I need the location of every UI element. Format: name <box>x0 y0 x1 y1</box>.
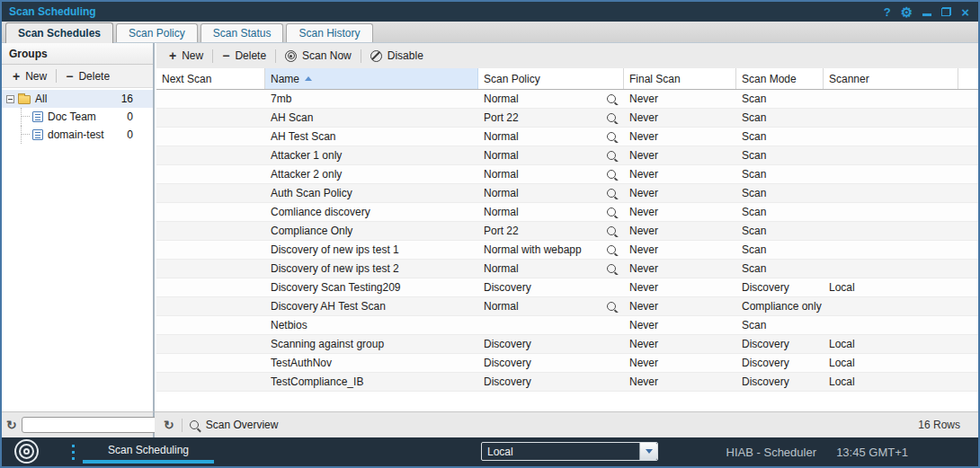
groups-statusbar: ↻ <box>2 411 155 437</box>
column-header-scan-policy[interactable]: Scan Policy <box>478 68 624 89</box>
groups-delete-button[interactable]: − Delete <box>57 65 119 87</box>
collapse-icon[interactable] <box>6 95 14 103</box>
magnifier-icon[interactable] <box>607 113 616 122</box>
tab-scan-status[interactable]: Scan Status <box>200 23 284 42</box>
magnifier-icon[interactable] <box>607 226 616 235</box>
tab-scan-schedules[interactable]: Scan Schedules <box>5 22 113 43</box>
column-header-next-scan[interactable]: Next Scan <box>156 68 265 89</box>
delete-schedule-button[interactable]: − Delete <box>213 43 275 68</box>
cell-scan-policy: Discovery <box>478 375 624 388</box>
scan-overview-label[interactable]: Scan Overview <box>206 419 279 431</box>
magnifier-icon[interactable] <box>607 94 616 103</box>
scanner-select[interactable]: Local <box>481 442 658 461</box>
magnifier-icon[interactable] <box>607 132 616 141</box>
table-row[interactable]: NetbiosNeverScan <box>156 316 978 335</box>
table-row[interactable]: TestCompliance_IBDiscoveryNeverDiscovery… <box>156 373 978 392</box>
minimize-icon[interactable] <box>922 13 931 16</box>
table-row[interactable]: AH Test ScanNormalNeverScan <box>156 128 978 146</box>
gear-icon[interactable]: ⚙ <box>901 5 913 19</box>
tree-item-doc-team[interactable]: Doc Team0 <box>2 108 153 126</box>
column-header-final-scan[interactable]: Final Scan <box>624 68 736 89</box>
column-header-scanner[interactable]: Scanner <box>824 68 958 89</box>
tab-bar: Scan SchedulesScan PolicyScan StatusScan… <box>2 22 978 43</box>
table-row[interactable]: AH ScanPort 22NeverScan <box>156 109 978 128</box>
magnifier-icon[interactable] <box>607 302 616 311</box>
new-schedule-button[interactable]: + New <box>160 43 212 68</box>
column-header-scan-mode[interactable]: Scan Mode <box>736 68 824 89</box>
magnifier-icon[interactable] <box>607 264 616 273</box>
cell-scan-mode: Scan <box>736 149 824 162</box>
cell-final-scan: Never <box>624 149 736 162</box>
footer-bar: Scan Scheduling Local HIAB - Scheduler 1… <box>2 437 978 466</box>
cell-scan-policy: Normal <box>478 93 624 105</box>
table-row[interactable]: Attacker 2 onlyNormalNeverScan <box>156 165 978 184</box>
tree-connector <box>21 126 32 144</box>
magnifier-icon[interactable] <box>607 189 616 198</box>
group-list-icon <box>32 129 43 140</box>
groups-new-label: New <box>25 70 47 83</box>
tree-item-all[interactable]: All16 <box>2 90 153 108</box>
cell-name: Discovery of new ips test 1 <box>265 243 478 256</box>
magnifier-icon[interactable] <box>607 208 616 216</box>
titlebar-icons: ? ⚙ × <box>884 5 978 19</box>
active-task-underline <box>83 460 214 464</box>
column-header-label: Scanner <box>829 73 869 85</box>
magnifier-icon[interactable] <box>190 420 199 429</box>
cell-scan-mode: Scan <box>736 93 824 105</box>
cell-scan-mode: Scan <box>736 225 824 237</box>
table-row[interactable]: Discovery of new ips test 2NormalNeverSc… <box>156 260 978 278</box>
help-icon[interactable]: ? <box>884 6 891 18</box>
cell-scan-mode: Discovery <box>736 338 824 350</box>
group-filter-input[interactable] <box>22 417 158 433</box>
disable-label: Disable <box>388 49 423 62</box>
cell-scan-mode: Discovery <box>736 281 824 294</box>
schedules-statusbar: ↻ Scan Overview 16 Rows <box>155 411 978 437</box>
table-row[interactable]: Discovery of new ips test 1Normal with w… <box>156 241 978 260</box>
tree-item-domain-test[interactable]: domain-test0 <box>2 126 153 144</box>
table-row[interactable]: Comliance discoveryNormalNeverScan <box>156 203 978 222</box>
table-row[interactable]: Auth Scan PolicyNormalNeverScan <box>156 184 978 203</box>
cell-scan-mode: Discovery <box>736 357 824 369</box>
scan-now-label: Scan Now <box>302 49 352 62</box>
plus-icon: + <box>169 49 176 62</box>
cell-scan-mode: Scan <box>736 206 824 218</box>
disable-button[interactable]: Disable <box>361 43 432 68</box>
table-row[interactable]: 7mbNormalNeverScan <box>156 90 978 109</box>
cell-scan-mode: Scan <box>736 262 824 275</box>
table-row[interactable]: Attacker 1 onlyNormalNeverScan <box>156 146 978 165</box>
table-row[interactable]: TestAuthNovDiscoveryNeverDiscoveryLocal <box>156 354 978 373</box>
cell-scan-policy: Normal <box>478 187 624 199</box>
clock-label: 13:45 GMT+1 <box>836 446 908 459</box>
groups-new-button[interactable]: + New <box>4 65 56 87</box>
title-bar: Scan Scheduling ? ⚙ × <box>2 2 978 22</box>
magnifier-icon[interactable] <box>607 170 616 179</box>
tab-scan-policy[interactable]: Scan Policy <box>116 23 198 42</box>
restore-icon[interactable] <box>941 7 951 16</box>
close-icon[interactable]: × <box>961 5 969 19</box>
app-label: HIAB - Scheduler <box>726 446 816 459</box>
refresh-icon[interactable]: ↻ <box>164 419 174 431</box>
table-row[interactable]: Compliance OnlyPort 22NeverScan <box>156 222 978 241</box>
table-row[interactable]: Scanning against groupDiscoveryNeverDisc… <box>156 335 978 354</box>
magnifier-icon[interactable] <box>607 245 616 254</box>
cell-scanner: Local <box>824 375 958 388</box>
scan-now-button[interactable]: Scan Now <box>276 43 361 68</box>
cell-scan-policy: Discovery <box>478 281 624 294</box>
cell-scan-mode: Discovery <box>736 375 824 388</box>
cell-name: TestCompliance_IB <box>265 375 478 388</box>
tree-item-label: All <box>35 93 47 105</box>
cell-scan-policy: Normal <box>478 149 624 162</box>
dropdown-button[interactable] <box>639 443 657 460</box>
cell-name: AH Test Scan <box>265 130 478 143</box>
refresh-icon[interactable]: ↻ <box>6 419 17 431</box>
table-row[interactable]: Discovery Scan Testing209DiscoveryNeverD… <box>156 278 978 297</box>
column-header-name[interactable]: Name <box>265 68 478 89</box>
tab-scan-history[interactable]: Scan History <box>286 23 372 42</box>
table-row[interactable]: Discovery AH Test ScanNormalNeverComplia… <box>156 297 978 316</box>
footer-task-scan-scheduling[interactable]: Scan Scheduling <box>83 444 214 456</box>
cell-scan-policy: Normal <box>478 168 624 181</box>
magnifier-icon[interactable] <box>607 151 616 160</box>
cell-name: Auth Scan Policy <box>265 187 478 199</box>
scanner-select-value: Local <box>482 446 639 458</box>
cell-scanner: Local <box>824 357 958 369</box>
